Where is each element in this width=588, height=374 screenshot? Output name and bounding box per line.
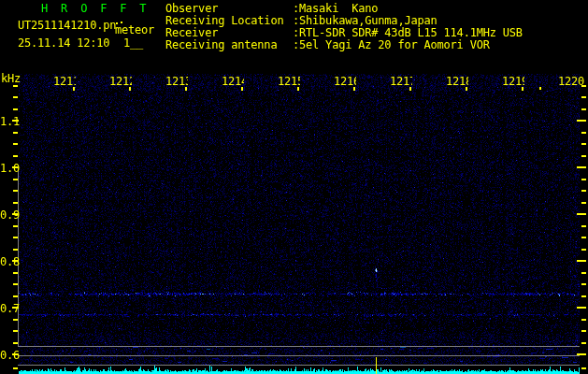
freq-tick-minor-right <box>581 96 586 98</box>
filename: UT2511141210.pn <box>18 20 116 32</box>
freq-tick-minor-left <box>13 342 18 344</box>
freq-tick-major-left <box>12 260 19 262</box>
freq-tick-minor-right <box>581 155 586 157</box>
app-title: H R O F F T <box>41 3 146 15</box>
time-cursor <box>376 357 377 374</box>
freq-tick-minor-left <box>13 283 18 285</box>
freq-tick-minor-left <box>13 190 18 192</box>
minute-tick <box>185 87 187 91</box>
freq-tick-major-right <box>577 307 586 309</box>
freq-tick-major-left <box>12 307 19 309</box>
grid-hline-upper <box>18 346 580 347</box>
minute-tick <box>297 87 299 91</box>
filename-overlay: meteor <box>115 24 154 36</box>
grid-hline-lower <box>18 365 580 366</box>
minute-tick <box>73 87 75 91</box>
filename-artifact <box>121 22 122 23</box>
freq-tick-minor-left <box>13 319 18 321</box>
minute-tick <box>466 87 467 91</box>
hrofft-window: H R O F F T UT2511141210.pn meteor 25.11… <box>0 0 588 374</box>
freq-tick-major-right <box>577 213 586 215</box>
freq-tick-major-left <box>12 353 19 355</box>
freq-tick-minor-right <box>581 202 586 204</box>
freq-tick-minor-right <box>581 108 586 110</box>
freq-tick-minor-left <box>13 225 18 227</box>
freq-tick-minor-left <box>13 330 18 332</box>
freq-tick-minor-left <box>13 155 18 157</box>
freq-axis-label: 1.0 <box>0 163 20 175</box>
freq-tick-minor-left <box>13 96 18 98</box>
minute-tick <box>409 87 411 91</box>
freq-tick-minor-left <box>13 143 18 145</box>
minute-tick <box>522 87 523 91</box>
freq-tick-minor-right <box>581 225 586 227</box>
info-label-antenna: Receiving antenna <box>165 39 277 51</box>
freq-tick-minor-left <box>13 367 18 369</box>
freq-tick-major-right <box>577 260 586 262</box>
freq-tick-minor-left <box>13 85 18 87</box>
minute-tick <box>241 87 243 91</box>
freq-tick-minor-left <box>13 108 18 110</box>
freq-tick-minor-right <box>581 272 586 274</box>
freq-axis-label: 0.6 <box>0 350 20 362</box>
freq-tick-major-right <box>577 166 586 168</box>
freq-tick-major-left <box>12 166 19 168</box>
freq-axis-label: 0.8 <box>0 256 20 268</box>
freq-tick-minor-right <box>581 132 586 134</box>
freq-tick-minor-right <box>581 367 586 369</box>
freq-tick-minor-right <box>581 85 586 87</box>
spectrogram-canvas <box>0 0 588 374</box>
freq-tick-minor-right <box>581 295 586 297</box>
freq-tick-minor-right <box>581 283 586 285</box>
datetime: 25.11.14 12:10 <box>18 37 109 50</box>
freq-tick-major-right <box>577 120 586 122</box>
minute-tick <box>353 87 355 91</box>
freq-tick-major-right <box>577 353 586 355</box>
freq-tick-minor-right <box>581 342 586 344</box>
freq-tick-minor-left <box>13 237 18 238</box>
grid-hline-middle <box>18 355 580 356</box>
freq-tick-minor-right <box>581 237 586 238</box>
freq-tick-minor-left <box>13 249 18 251</box>
freq-tick-minor-right <box>581 249 586 251</box>
freq-tick-minor-left <box>13 272 18 274</box>
freq-axis-label: 1.1 <box>0 116 20 128</box>
freq-tick-minor-left <box>13 295 18 297</box>
counter: 1__ <box>123 37 143 50</box>
freq-axis-unit: kHz <box>1 73 21 85</box>
freq-tick-major-left <box>12 213 19 215</box>
freq-tick-minor-right <box>581 319 586 321</box>
info-value-antenna: :5el Yagi Az 20 for Aomori VOR <box>293 39 490 51</box>
filename-artifact <box>116 22 118 24</box>
minute-tick <box>539 87 541 90</box>
freq-axis-label: 0.9 <box>0 209 20 222</box>
minute-tick <box>129 87 131 91</box>
freq-axis-label: 0.7 <box>0 303 20 315</box>
freq-tick-major-left <box>12 120 19 122</box>
freq-tick-minor-right <box>581 143 586 145</box>
freq-tick-minor-left <box>13 132 18 134</box>
freq-tick-minor-right <box>581 179 586 180</box>
freq-tick-minor-right <box>581 190 586 192</box>
freq-tick-minor-left <box>13 179 18 180</box>
freq-tick-minor-right <box>581 330 586 332</box>
freq-tick-minor-left <box>13 202 18 204</box>
